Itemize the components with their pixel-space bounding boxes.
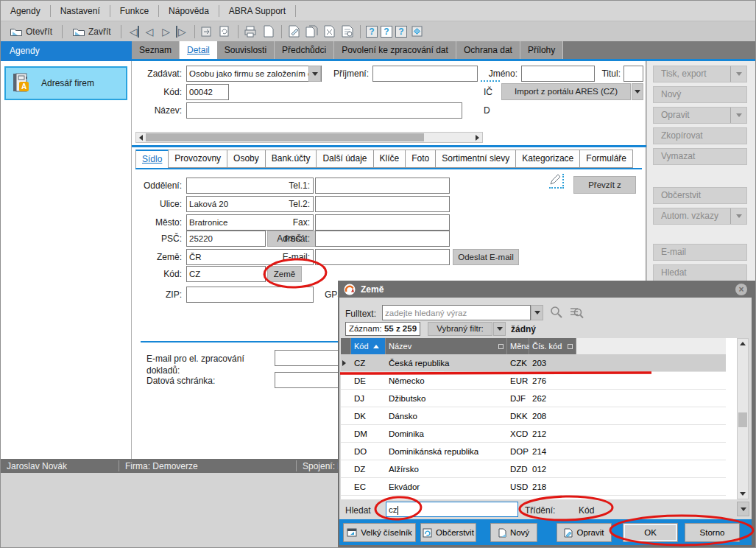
fax-input[interactable] (315, 214, 450, 231)
adresat-input[interactable] (315, 231, 450, 247)
help-topics-icon[interactable] (395, 26, 407, 38)
dropdown-icon[interactable] (730, 208, 746, 224)
odeslat-email-button[interactable]: Odeslat E-mail (453, 249, 519, 265)
email-button[interactable]: E-mail (653, 244, 747, 261)
scroll-right-icon[interactable] (476, 135, 479, 141)
dropdown-icon[interactable] (730, 108, 746, 123)
preview-document-icon[interactable] (340, 24, 355, 39)
subtab-sortimentni-slevy[interactable]: Sortimentní slevy (436, 150, 516, 168)
horizontal-scrollbar[interactable] (135, 132, 483, 143)
subtab-foto[interactable]: Foto (406, 150, 436, 168)
about-icon[interactable] (410, 24, 425, 39)
fulltext-dropdown-icon[interactable] (531, 305, 543, 320)
table-row-dk[interactable]: DKDánskoDKK208 (341, 407, 726, 425)
delete-document-icon[interactable] (322, 24, 337, 39)
table-row-do[interactable]: DODominikánská republikaDOP214 (341, 443, 726, 460)
search-icon[interactable] (550, 306, 563, 321)
nav-last-icon[interactable]: ▷ (176, 26, 189, 38)
subtab-kategorizace[interactable]: Kategorizace (516, 150, 580, 168)
nazev-input[interactable] (186, 102, 462, 119)
titul-input[interactable] (623, 66, 643, 82)
trideni-dropdown-icon[interactable] (737, 502, 749, 516)
close-button[interactable]: Zavřít (68, 25, 116, 38)
switch-agenda-icon[interactable] (200, 24, 215, 39)
column-options-icon[interactable] (498, 344, 504, 349)
table-row-cz[interactable]: CZČeská republikaCZK203 (341, 354, 726, 372)
tab-predchudci[interactable]: Předchůdci (275, 41, 334, 59)
storno-button[interactable]: Storno (685, 523, 740, 542)
subtab-klice[interactable]: Klíče (374, 150, 406, 168)
table-row-de[interactable]: DENěmeckoEUR276 (341, 372, 726, 390)
filter-dropdown-icon[interactable] (493, 322, 506, 336)
dialog-title-bar[interactable]: Země (339, 281, 752, 298)
column-header-nazev[interactable]: Název (386, 338, 507, 354)
prijmeni-input[interactable] (372, 66, 478, 82)
subtab-provozovny[interactable]: Provozovny (169, 150, 227, 168)
column-header-cis-kod[interactable]: Čís. kód (529, 338, 576, 354)
tab-souvislosti[interactable]: Souvislosti (217, 41, 275, 59)
open-button[interactable]: Otevřít (5, 25, 57, 38)
novy-button[interactable]: Nový (653, 86, 747, 103)
print-icon[interactable] (244, 24, 258, 39)
nav-next-icon[interactable]: ▷ (159, 26, 173, 38)
vymazat-button[interactable]: Vymazat (653, 148, 747, 165)
subtab-sidlo[interactable]: Sídlo (135, 150, 169, 168)
column-options-icon[interactable] (568, 344, 573, 349)
opravit-button[interactable]: Opravit (653, 107, 747, 124)
zeme-lookup-button[interactable]: Země (267, 266, 302, 282)
kod-input[interactable]: 00042 (186, 84, 229, 100)
hledat-button[interactable]: Hledat (653, 264, 747, 281)
subtab-dalsi-udaje[interactable]: Další údaje (317, 150, 373, 168)
zadavat-combobox[interactable]: Osobu jako firmu se založením osoby (186, 66, 322, 82)
menu-napoveda[interactable]: Nápověda (159, 4, 219, 18)
obcerstvit-button[interactable]: Občerstvit (653, 187, 747, 204)
tel1-input[interactable] (315, 178, 450, 194)
jmeno-input[interactable] (521, 66, 595, 82)
kod-zeme-input[interactable]: CZ (186, 266, 266, 282)
subtab-formulare[interactable]: Formuláře (580, 150, 633, 168)
tab-povoleni[interactable]: Povolení ke zpracování dat (334, 41, 456, 59)
nav-first-icon[interactable]: ◁ (127, 26, 140, 38)
subtab-bank-ucty[interactable]: Bank.účty (266, 150, 317, 168)
scroll-up-icon[interactable] (740, 342, 746, 345)
tel2-input[interactable] (315, 196, 450, 212)
tisk-export-button[interactable]: Tisk, export (653, 66, 747, 82)
sidebar-item-adresar-firem[interactable]: A Adresář firem (4, 66, 127, 100)
search-list-icon[interactable] (569, 306, 584, 321)
menu-agendy[interactable]: Agendy (1, 4, 50, 18)
menu-funkce[interactable]: Funkce (110, 4, 158, 18)
scroll-down-icon[interactable] (740, 492, 746, 496)
email-input[interactable] (315, 249, 450, 265)
dropdown-icon[interactable] (730, 66, 746, 82)
menu-nastaveni[interactable]: Nastavení (51, 4, 110, 18)
edit-document-icon[interactable] (287, 24, 302, 39)
scrollbar-thumb[interactable] (146, 133, 424, 141)
table-row-ec[interactable]: ECEkvádorUSD218 (341, 478, 726, 496)
copy-document-icon[interactable] (305, 24, 319, 39)
velky-ciselnik-button[interactable]: Velký číselník (343, 523, 416, 542)
vertical-scrollbar[interactable] (737, 338, 749, 499)
ok-button[interactable]: OK (623, 523, 678, 542)
hledat-input[interactable]: cz (386, 502, 518, 517)
scroll-left-icon[interactable] (139, 135, 143, 141)
table-row-dj[interactable]: DJDžibutskoDJF262 (341, 390, 726, 407)
table-row-dz[interactable]: DZAlžírskoDZD012 (341, 460, 726, 478)
obcerstvit-dialog-button[interactable]: Občerstvit (420, 523, 476, 542)
table-row-dm[interactable]: DMDominikaXCD212 (341, 425, 726, 443)
context-help-icon[interactable] (381, 26, 392, 38)
ares-import-button[interactable]: Import z portálu ARES (CZ) (501, 83, 631, 100)
zadavat-dropdown-icon[interactable] (308, 66, 321, 82)
menu-abra-support[interactable]: ABRA Support (219, 4, 295, 18)
help-icon[interactable] (366, 26, 378, 38)
refresh-icon[interactable] (218, 24, 233, 39)
tab-ochrana-dat[interactable]: Ochrana dat (456, 41, 520, 59)
novy-dialog-button[interactable]: Nový (490, 523, 537, 542)
tab-detail[interactable]: Detail (180, 41, 217, 59)
tab-seznam[interactable]: Seznam (132, 41, 180, 59)
zip-input[interactable] (186, 287, 314, 303)
autom-vzkazy-button[interactable]: Autom. vzkazy (653, 208, 747, 225)
opravit-dialog-button[interactable]: Opravit (557, 523, 612, 542)
close-icon[interactable] (735, 284, 747, 295)
tab-prilohy[interactable]: Přílohy (520, 41, 563, 59)
ares-dropdown-icon[interactable] (632, 83, 643, 100)
